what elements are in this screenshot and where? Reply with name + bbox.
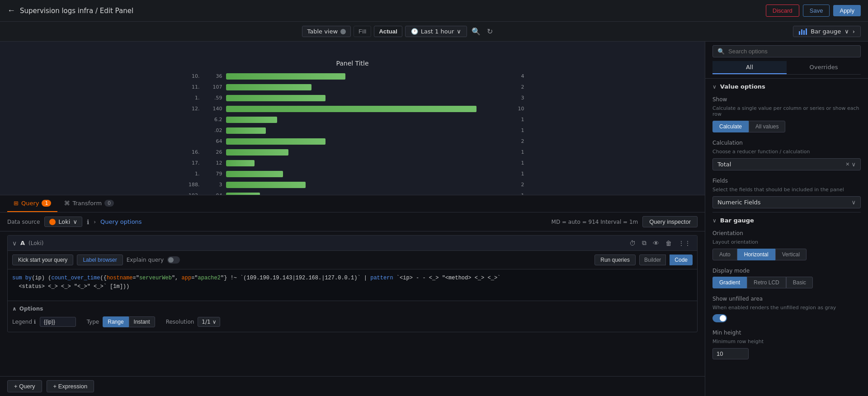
viz-selector[interactable]: Bar gauge ∨ ›	[793, 26, 861, 37]
datasource-chevron: ∨	[73, 218, 77, 225]
display-mode-label: Display mode	[712, 268, 861, 274]
chart-area: Panel Title 10. 36 4 11. 107 2 1. .59 3 …	[0, 42, 705, 195]
bar-track	[226, 84, 511, 90]
calculation-select[interactable]: Total ✕ ∨	[712, 158, 861, 170]
query-inspector-button[interactable]: Query inspector	[642, 216, 698, 227]
drag-icon[interactable]: ⋮⋮	[676, 239, 693, 248]
bar-track	[226, 138, 511, 145]
chart-bar-row: 10. 36 4	[181, 71, 524, 81]
tab-query[interactable]: ⊞ Query 1	[7, 195, 57, 212]
legend-input[interactable]	[40, 317, 76, 327]
table-view-label: Table view	[307, 28, 338, 35]
search-options-input[interactable]	[728, 48, 856, 55]
bar-track	[226, 95, 511, 101]
bar-label-mid: .59	[203, 95, 226, 101]
tab-transform[interactable]: ⌘ Transform 0	[57, 195, 120, 212]
viz-more-icon: ›	[853, 28, 855, 35]
delete-icon[interactable]: 🗑	[664, 239, 674, 248]
instant-button[interactable]: Instant	[129, 316, 155, 327]
resolution-label: Resolution	[166, 319, 194, 325]
clock-icon[interactable]: ⏱	[627, 239, 637, 248]
actual-button[interactable]: Actual	[374, 26, 402, 37]
fields-select[interactable]: Numeric Fields ∨	[712, 196, 861, 208]
clear-icon[interactable]: ✕	[845, 161, 849, 167]
display-mode-btn-group: Gradient Retro LCD Basic	[712, 277, 861, 288]
legend-info-icon[interactable]: ℹ	[34, 319, 36, 325]
explain-toggle[interactable]	[167, 256, 180, 264]
discard-button[interactable]: Discard	[766, 5, 799, 17]
add-expression-button[interactable]: + Expression	[47, 380, 94, 392]
kick-start-button[interactable]: Kick start your query	[12, 255, 73, 265]
bar-label-left: 188.	[181, 182, 203, 188]
orientation-desc: Layout orientation	[712, 239, 861, 245]
time-range-label: Last 1 hour	[421, 28, 454, 35]
label-browser-button[interactable]: Label browser	[77, 255, 123, 265]
chevron-down-icon: ∨	[851, 161, 856, 168]
copy-icon[interactable]: ⧉	[640, 238, 648, 248]
fill-button[interactable]: Fill	[354, 26, 371, 37]
orientation-option: Orientation Layout orientation Auto Hori…	[705, 226, 868, 264]
search-box[interactable]: 🔍	[712, 45, 861, 57]
value-options-header[interactable]: ∨ Value options	[705, 79, 868, 93]
time-icon: 🕐	[411, 28, 418, 35]
info-icon[interactable]: ℹ	[87, 218, 89, 226]
resolution-select[interactable]: 1/1 ∨	[198, 317, 220, 327]
bar-value: 2	[511, 138, 524, 144]
value-options-chevron: ∨	[712, 84, 717, 90]
nav-right: Discard Save Apply	[766, 5, 861, 17]
bar-label-mid: 3	[203, 182, 226, 188]
show-unfilled-toggle[interactable]	[712, 314, 727, 322]
table-view-toggle[interactable]: Table view	[302, 26, 351, 37]
query-editor[interactable]: sum by(ip) (count_over_time({hostname="s…	[8, 269, 697, 301]
eye-icon[interactable]: 👁	[651, 239, 661, 248]
show-unfilled-label: Show unfilled area	[712, 296, 861, 302]
range-button[interactable]: Range	[103, 316, 128, 327]
basic-button[interactable]: Basic	[786, 277, 813, 288]
viz-label: Bar gauge	[811, 28, 841, 35]
min-height-input[interactable]	[712, 348, 749, 359]
add-query-button[interactable]: + Query	[7, 380, 42, 392]
bar-fill	[226, 127, 266, 134]
run-queries-button[interactable]: Run queries	[594, 255, 636, 265]
bar-value: 3	[511, 95, 524, 101]
refresh-button[interactable]: ↻	[485, 25, 495, 38]
datasource-select[interactable]: Loki ∨	[44, 217, 82, 227]
chart-bar-row: 11. 107 2	[181, 82, 524, 92]
bar-value: 2	[511, 182, 524, 188]
save-button[interactable]: Save	[803, 5, 830, 17]
back-button[interactable]: ←	[7, 6, 15, 15]
calculate-button[interactable]: Calculate	[712, 121, 749, 132]
time-range-picker[interactable]: 🕐 Last 1 hour ∨	[405, 26, 467, 37]
bar-track	[226, 73, 511, 80]
min-height-option: Min height Minimum row height	[705, 326, 868, 363]
explain-label: Explain query	[127, 257, 164, 263]
zoom-button[interactable]: 🔍	[470, 25, 482, 38]
chart-bar-row: 64 2	[181, 137, 524, 146]
display-mode-option: Display mode Gradient Retro LCD Basic	[705, 264, 868, 292]
chart-title: Panel Title	[181, 60, 524, 67]
transform-tab-icon: ⌘	[64, 200, 70, 207]
auto-button[interactable]: Auto	[712, 249, 737, 260]
toolbar-center: Table view Fill Actual 🕐 Last 1 hour ∨ 🔍…	[7, 25, 789, 38]
overrides-tab[interactable]: Overrides	[787, 61, 861, 74]
vertical-button[interactable]: Vertical	[775, 249, 807, 260]
bar-gauge-header[interactable]: ∨ Bar gauge	[705, 212, 868, 226]
chart-bar-row: 6.2 1	[181, 115, 524, 125]
gradient-button[interactable]: Gradient	[712, 277, 747, 288]
chart-bar-row: 16. 26 1	[181, 147, 524, 157]
bar-label-left: 1.	[181, 95, 203, 101]
bar-track	[226, 127, 511, 134]
orientation-btn-group: Auto Horizontal Vertical	[712, 249, 861, 260]
query-options-link[interactable]: Query options	[100, 218, 142, 225]
transform-tab-badge: 0	[104, 200, 114, 207]
collapse-button[interactable]: ∨	[12, 240, 17, 247]
apply-button[interactable]: Apply	[833, 5, 861, 16]
chart-bar-row: .02 1	[181, 126, 524, 136]
builder-button[interactable]: Builder	[639, 255, 666, 265]
show-desc: Calculate a single value per column or s…	[712, 105, 861, 117]
retro-lcd-button[interactable]: Retro LCD	[747, 277, 786, 288]
all-tab[interactable]: All	[712, 61, 787, 74]
horizontal-button[interactable]: Horizontal	[737, 249, 775, 260]
all-values-button[interactable]: All values	[749, 121, 785, 132]
code-button[interactable]: Code	[670, 255, 693, 265]
